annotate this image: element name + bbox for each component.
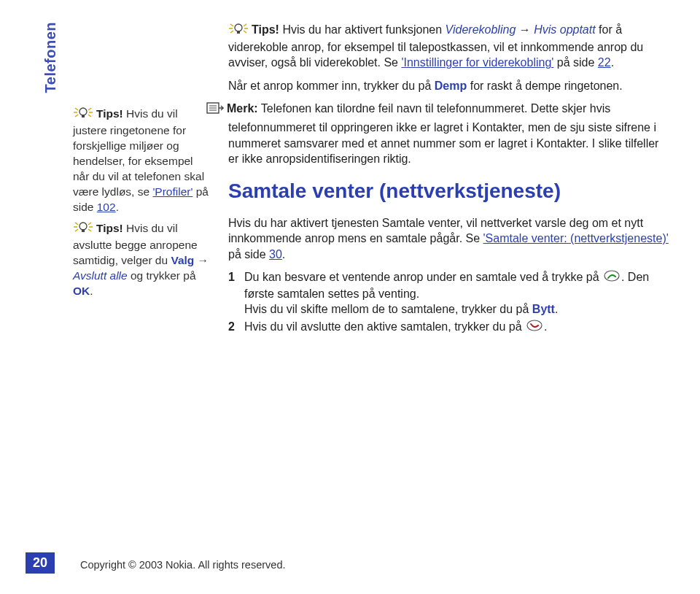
list-item-1: 1 Du kan besvare et ventende anrop under… [228,269,669,317]
svg-line-4 [88,108,91,110]
ui-term: Hvis opptatt [534,23,595,36]
body-text: Hvis du vil avslutte den aktive samtalen… [244,320,525,333]
body-text: Du kan besvare et ventende anrop under e… [244,271,602,283]
tip-text: og trykker på [128,269,196,282]
svg-line-12 [88,223,91,225]
body-text: på side [228,248,269,261]
ui-term: Avslutt alle [73,269,128,282]
samtale-venter-link[interactable]: 'Samtale venter: (nettverkstjeneste)' [483,232,669,244]
paragraph-samtale: Hvis du har aktivert tjenesten Samtale v… [228,215,669,263]
ui-term: Bytt [532,303,555,315]
tip-label: Tips! [96,223,123,235]
svg-point-6 [79,108,87,115]
svg-line-17 [230,24,233,26]
body-text: Når et anrop kommer inn, trykker du på [228,80,435,92]
main-tip: Tips! Hvis du har aktivert funksjonen Vi… [228,22,669,71]
arrow-icon: → [516,23,534,36]
svg-rect-15 [82,229,85,232]
lightbulb-icon [73,106,93,123]
sidebar-tip-1: Tips! Hvis du vil justere ringetonene fo… [73,106,211,215]
note-icon [206,101,224,120]
svg-line-21 [244,31,246,33]
call-answer-icon [604,270,620,286]
heading-samtale-venter: Samtale venter (nettverkstjeneste) [228,177,669,205]
svg-line-5 [88,115,91,117]
profiler-link[interactable]: 'Profiler' [152,185,192,198]
svg-line-13 [88,229,91,231]
svg-rect-7 [82,115,85,117]
list-number: 1 [228,269,244,317]
svg-line-9 [75,223,78,225]
list-body: Hvis du vil avslutte den aktive samtalen… [244,319,669,336]
ui-term: Viderekobling [446,23,516,36]
svg-point-29 [527,320,542,331]
section-tab: Telefonen [42,0,59,22]
main-content: Tips! Hvis du har aktivert funksjonen Vi… [228,22,669,337]
page-link[interactable]: 102 [97,201,116,213]
viderekobling-link[interactable]: 'Innstillinger for viderekobling' [401,56,553,69]
list-body: Du kan besvare et ventende anrop under e… [244,269,669,317]
body-text: for raskt å dempe ringetonen. [467,80,622,92]
list-number: 2 [228,319,244,336]
tip-text: . [116,201,119,213]
body-text: Hvis du vil skifte mellom de to samtalen… [244,303,532,315]
svg-point-14 [79,223,87,230]
body-text: . [555,303,558,315]
svg-line-10 [75,229,78,231]
call-end-icon [526,320,542,336]
tip-label: Tips! [96,107,123,120]
section-tab-label: Telefonen [42,22,59,93]
tip-text: på side [553,56,597,69]
tip-text: . [611,56,614,69]
tip-label: Tips! [252,23,279,36]
paragraph-demp: Når et anrop kommer inn, trykker du på D… [228,78,669,94]
svg-line-18 [230,31,233,33]
lightbulb-icon [228,22,249,39]
body-text: . [544,320,547,333]
page-link[interactable]: 30 [269,248,282,261]
tip-text: Hvis du har aktivert funksjonen [279,23,446,36]
body-text: . [282,248,285,261]
sidebar-tip-2: Tips! Hvis du vil avslutte begge anropen… [73,220,211,299]
note-text: Telefonen kan tilordne feil navn til tel… [228,102,658,165]
lightbulb-icon [73,220,93,238]
svg-rect-23 [237,31,240,34]
note-label: Merk: [227,102,258,115]
page-link[interactable]: 22 [598,56,611,69]
svg-line-20 [244,24,246,26]
ui-term: OK [73,285,90,297]
svg-line-1 [75,108,78,110]
arrow-icon: → [194,254,209,266]
svg-line-2 [75,115,78,117]
ui-term: Demp [435,80,467,92]
tip-text: . [90,285,93,297]
page-number-badge: 20 [26,552,55,574]
copyright-footer: Copyright © 2003 Nokia. All rights reser… [80,559,285,571]
note-paragraph: Merk: Telefonen kan tilordne feil navn t… [228,101,669,166]
ui-term: Valg [171,254,194,266]
sidebar: Tips! Hvis du vil justere ringetonene fo… [73,106,211,305]
svg-point-22 [235,24,242,31]
list-item-2: 2 Hvis du vil avslutte den aktive samtal… [228,319,669,336]
